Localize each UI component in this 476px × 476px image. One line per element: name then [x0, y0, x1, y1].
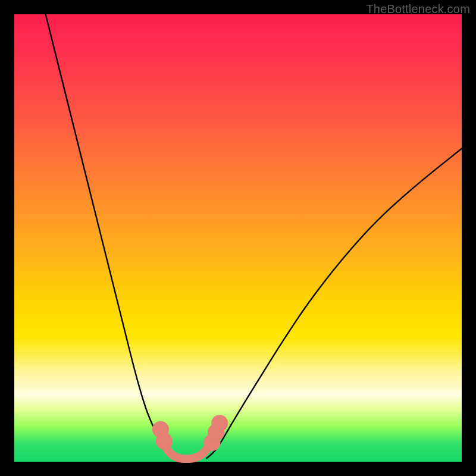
series-right-curve	[206, 149, 462, 458]
series-left-curve	[46, 14, 176, 458]
plot-area	[14, 14, 462, 462]
marker-dot	[211, 415, 228, 431]
marker-dot	[156, 433, 173, 449]
watermark-text: TheBottleneck.com	[366, 2, 470, 16]
chart-svg	[14, 14, 462, 462]
series-group	[46, 14, 462, 459]
chart-frame: TheBottleneck.com	[0, 0, 476, 476]
